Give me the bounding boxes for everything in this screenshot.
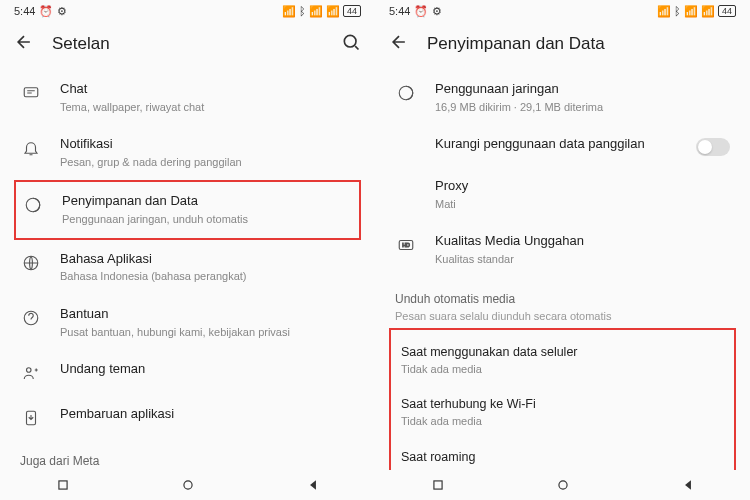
bluetooth-icon: ᛒ: [299, 5, 306, 17]
row-title: Saat terhubung ke Wi-Fi: [401, 396, 724, 412]
row-sub: 16,9 MB dikirim · 29,1 MB diterima: [435, 100, 730, 114]
storage-list: Penggunaan jaringan16,9 MB dikirim · 29,…: [375, 66, 750, 497]
auto-download-sub: Pesan suara selalu diunduh secara otomat…: [389, 310, 736, 328]
row-storage-data[interactable]: Penyimpanan dan DataPenggunaan jaringan,…: [14, 180, 361, 239]
row-notifications[interactable]: NotifikasiPesan, grup & nada dering pang…: [14, 125, 361, 180]
screen-storage: 5:44⏰⚙ 📶ᛒ📶📶44 Penyimpanan dan Data Pengg…: [375, 0, 750, 500]
back-icon[interactable]: [14, 32, 34, 56]
svg-point-0: [344, 35, 356, 47]
signal-icon: 📶: [326, 5, 340, 18]
gear-icon: ⚙: [432, 5, 442, 18]
settings-list: ChatTema, wallpaper, riwayat chat Notifi…: [0, 66, 375, 500]
nav-home[interactable]: [180, 477, 196, 493]
nav-back[interactable]: [680, 477, 696, 493]
search-icon[interactable]: [341, 32, 361, 56]
gear-icon: ⚙: [57, 5, 67, 18]
nav-bar: [375, 470, 750, 500]
row-title: Chat: [60, 81, 355, 98]
row-proxy[interactable]: ProxyMati: [389, 167, 736, 222]
row-help[interactable]: BantuanPusat bantuan, hubungi kami, kebi…: [14, 295, 361, 350]
row-invite[interactable]: Undang teman: [14, 350, 361, 395]
row-chat[interactable]: ChatTema, wallpaper, riwayat chat: [14, 70, 361, 125]
nav-recent[interactable]: [55, 477, 71, 493]
data-icon: [395, 82, 417, 104]
row-sub: Penggunaan jaringan, unduh otomatis: [62, 212, 353, 226]
page-title: Penyimpanan dan Data: [427, 34, 736, 54]
row-title: Kurangi penggunaan data panggilan: [435, 136, 678, 153]
alarm-icon: ⏰: [39, 5, 53, 18]
svg-point-16: [558, 481, 566, 489]
chat-icon: [20, 82, 42, 104]
meta-section-label: Juga dari Meta: [14, 440, 361, 472]
svg-point-11: [183, 481, 191, 489]
status-bar: 5:44⏰⚙ 📶ᛒ📶📶44: [375, 0, 750, 22]
help-icon: [20, 307, 42, 329]
row-sub: Kualitas standar: [435, 252, 730, 266]
row-title: Notifikasi: [60, 136, 355, 153]
row-sub: Tidak ada media: [401, 362, 724, 376]
row-reduce-data[interactable]: Kurangi penggunaan data panggilan: [389, 125, 736, 167]
row-update[interactable]: Pembaruan aplikasi: [14, 395, 361, 440]
row-media-quality[interactable]: HD Kualitas Media UnggahanKualitas stand…: [389, 222, 736, 277]
signal-icon: 📶: [701, 5, 715, 18]
row-title: Bahasa Aplikasi: [60, 251, 355, 268]
row-language[interactable]: Bahasa AplikasiBahasa Indonesia (bahasa …: [14, 240, 361, 295]
row-title: Undang teman: [60, 361, 355, 378]
nav-home[interactable]: [555, 477, 571, 493]
nav-recent[interactable]: [430, 477, 446, 493]
bell-icon: [20, 137, 42, 159]
app-bar: Penyimpanan dan Data: [375, 22, 750, 66]
data-icon: [22, 194, 44, 216]
alarm-icon: ⏰: [414, 5, 428, 18]
bluetooth-icon: ᛒ: [674, 5, 681, 17]
wifi-icon: 📶: [282, 5, 296, 18]
row-title: Penyimpanan dan Data: [62, 193, 353, 210]
back-icon[interactable]: [389, 32, 409, 56]
invite-icon: [20, 362, 42, 384]
update-icon: [20, 407, 42, 429]
signal-icon: 📶: [684, 5, 698, 18]
nav-back[interactable]: [305, 477, 321, 493]
row-cellular[interactable]: Saat menggunakan data seluler Tidak ada …: [395, 334, 730, 387]
row-sub: Bahasa Indonesia (bahasa perangkat): [60, 269, 355, 283]
nav-bar: [0, 470, 375, 500]
battery-level: 44: [718, 5, 736, 17]
row-sub: Tema, wallpaper, riwayat chat: [60, 100, 355, 114]
screen-settings: 5:44⏰⚙ 📶ᛒ📶📶44 Setelan ChatTema, wallpape…: [0, 0, 375, 500]
row-sub: Mati: [435, 197, 730, 211]
status-bar: 5:44⏰⚙ 📶ᛒ📶📶44: [0, 0, 375, 22]
row-sub: Tidak ada media: [401, 414, 724, 428]
svg-point-5: [27, 368, 32, 373]
app-bar: Setelan: [0, 22, 375, 66]
row-sub: Pusat bantuan, hubungi kami, kebijakan p…: [60, 325, 355, 339]
svg-text:HD: HD: [402, 243, 410, 249]
auto-download-label: Unduh otomatis media: [389, 278, 736, 310]
page-title: Setelan: [52, 34, 323, 54]
status-time: 5:44: [14, 5, 35, 17]
row-title: Saat menggunakan data seluler: [401, 344, 724, 360]
row-title: Proxy: [435, 178, 730, 195]
svg-rect-10: [58, 481, 66, 489]
row-wifi[interactable]: Saat terhubung ke Wi-Fi Tidak ada media: [395, 386, 730, 439]
battery-level: 44: [343, 5, 361, 17]
hd-icon: HD: [395, 234, 417, 256]
row-title: Saat roaming: [401, 449, 724, 465]
svg-rect-1: [24, 88, 38, 97]
globe-icon: [20, 252, 42, 274]
row-title: Pembaruan aplikasi: [60, 406, 355, 423]
row-title: Bantuan: [60, 306, 355, 323]
row-sub: Pesan, grup & nada dering panggilan: [60, 155, 355, 169]
wifi-icon: 📶: [657, 5, 671, 18]
status-time: 5:44: [389, 5, 410, 17]
svg-rect-15: [433, 481, 441, 489]
signal-icon: 📶: [309, 5, 323, 18]
toggle-reduce-data[interactable]: [696, 138, 730, 156]
row-title: Penggunaan jaringan: [435, 81, 730, 98]
row-network-usage[interactable]: Penggunaan jaringan16,9 MB dikirim · 29,…: [389, 70, 736, 125]
row-title: Kualitas Media Unggahan: [435, 233, 730, 250]
